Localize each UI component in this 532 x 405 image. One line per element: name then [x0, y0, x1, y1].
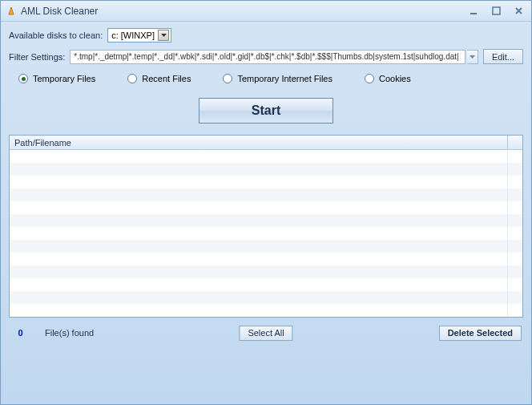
- maximize-button[interactable]: [488, 5, 504, 18]
- disks-combo[interactable]: c: [WINXP]: [107, 28, 171, 43]
- radio-label: Temporary Internet Files: [237, 74, 332, 83]
- titlebar: AML Disk Cleaner: [1, 1, 531, 22]
- radio-icon: [18, 74, 28, 83]
- filter-dropdown-button[interactable]: [467, 50, 478, 64]
- window-controls: [466, 5, 526, 18]
- file-list[interactable]: Path/Filename: [9, 135, 523, 318]
- filter-input[interactable]: *.tmp|*._detmp|*.temp|*._dd|*.wbk|*.sdi|…: [70, 50, 466, 64]
- file-count: 0: [10, 328, 30, 338]
- radio-cookies[interactable]: Cookies: [365, 74, 411, 83]
- edit-button[interactable]: Edit...: [483, 49, 523, 64]
- footer-row: 0 File(s) found Select All Delete Select…: [9, 324, 523, 342]
- files-found-label: File(s) found: [45, 328, 94, 338]
- radio-temporary-files[interactable]: Temporary Files: [18, 74, 95, 83]
- window-title: AML Disk Cleaner: [21, 6, 466, 17]
- radio-icon: [127, 74, 137, 83]
- filter-value: *.tmp|*._detmp|*.temp|*._dd|*.wbk|*.sdi|…: [74, 52, 458, 61]
- start-wrap: Start: [9, 98, 523, 124]
- filter-row: Filter Settings: *.tmp|*._detmp|*.temp|*…: [9, 49, 523, 64]
- radio-label: Temporary Files: [33, 74, 95, 83]
- disks-label: Available disks to clean:: [9, 30, 103, 40]
- list-body[interactable]: [10, 150, 522, 317]
- radio-group: Temporary Files Recent Files Temporary I…: [9, 74, 523, 83]
- minimize-button[interactable]: [466, 5, 482, 18]
- content-area: Available disks to clean: c: [WINXP] Fil…: [1, 22, 531, 348]
- start-button[interactable]: Start: [199, 98, 333, 124]
- chevron-down-icon[interactable]: [158, 30, 169, 41]
- radio-temporary-internet-files[interactable]: Temporary Internet Files: [223, 74, 332, 83]
- svg-rect-0: [470, 13, 477, 14]
- radio-label: Cookies: [379, 74, 411, 83]
- list-header: Path/Filename: [10, 136, 522, 150]
- column-spacer: [508, 136, 522, 149]
- disks-row: Available disks to clean: c: [WINXP]: [9, 28, 523, 43]
- delete-selected-button[interactable]: Delete Selected: [439, 326, 522, 341]
- app-window: AML Disk Cleaner Available disks to clea…: [0, 0, 532, 405]
- radio-label: Recent Files: [142, 74, 191, 83]
- select-all-button[interactable]: Select All: [239, 326, 292, 341]
- radio-recent-files[interactable]: Recent Files: [127, 74, 191, 83]
- disks-selected: c: [WINXP]: [111, 30, 155, 40]
- svg-rect-1: [493, 7, 500, 14]
- filter-label: Filter Settings:: [9, 52, 65, 62]
- radio-icon: [223, 74, 232, 83]
- column-path-filename[interactable]: Path/Filename: [10, 136, 508, 149]
- radio-icon: [365, 74, 374, 83]
- close-button[interactable]: [510, 5, 526, 18]
- app-icon: [6, 6, 17, 17]
